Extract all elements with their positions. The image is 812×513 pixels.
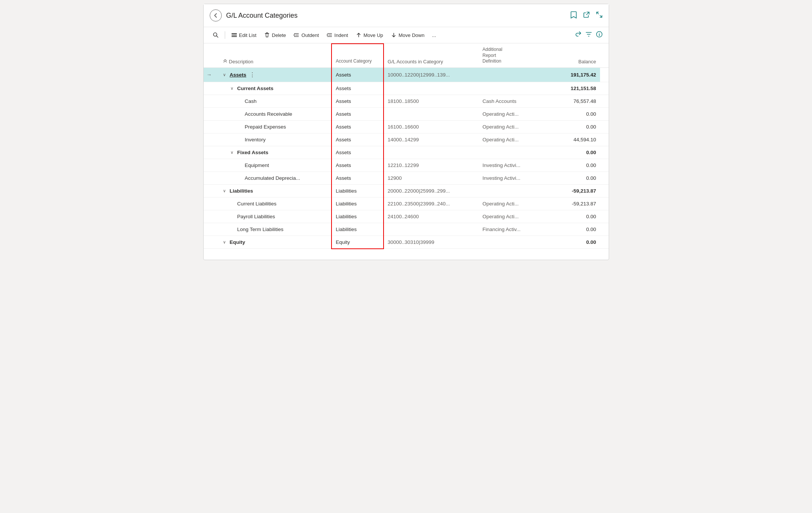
row-gl-accounts: 22100..23500|23999..240... — [384, 197, 479, 210]
row-additional-report — [479, 67, 548, 82]
row-account-category: Equity — [332, 236, 384, 249]
row-account-category: Assets — [332, 133, 384, 146]
table-row[interactable]: EquipmentAssets12210..12299Investing Act… — [204, 159, 609, 172]
chevron-icon[interactable]: ∨ — [230, 150, 236, 155]
row-account-category: Liabilities — [332, 210, 384, 223]
row-additional-report: Cash Accounts — [479, 95, 548, 107]
move-down-label: Move Down — [399, 32, 425, 38]
table-row[interactable]: ∨EquityEquity30000..30310|399990.00 — [204, 236, 609, 249]
row-balance: 0.00 — [548, 159, 600, 172]
row-account-category: Liabilities — [332, 197, 384, 210]
row-indicator — [204, 159, 219, 172]
row-balance: -59,213.87 — [548, 197, 600, 210]
row-description: Current Liabilities — [219, 197, 332, 210]
row-additional-report: Investing Activi... — [479, 159, 548, 172]
row-additional-report — [479, 184, 548, 197]
row-gl-accounts — [384, 146, 479, 159]
outdent-button[interactable]: Outdent — [290, 30, 322, 40]
chevron-icon[interactable]: ∨ — [223, 240, 228, 245]
separator-1 — [225, 31, 225, 39]
indent-label: Indent — [335, 32, 348, 38]
row-balance: 0.00 — [548, 120, 600, 133]
delete-button[interactable]: Delete — [261, 30, 289, 40]
row-indicator — [204, 223, 219, 236]
gl-categories-table: Description Account Category G/L Account… — [204, 43, 609, 249]
row-account-category: Assets — [332, 120, 384, 133]
table-area[interactable]: Description Account Category G/L Account… — [204, 43, 609, 260]
row-indicator — [204, 120, 219, 133]
table-row[interactable]: ∨Fixed AssetsAssets0.00 — [204, 146, 609, 159]
table-row[interactable]: Accumulated Deprecia...Assets12900Invest… — [204, 172, 609, 184]
col-header-balance: Balance — [548, 44, 600, 67]
table-row[interactable]: ∨Current AssetsAssets121,151.58 — [204, 82, 609, 95]
move-up-label: Move Up — [364, 32, 383, 38]
row-additional-report: Operating Acti... — [479, 133, 548, 146]
row-gl-accounts: 18100..18500 — [384, 95, 479, 107]
table-row[interactable]: Prepaid ExpensesAssets16100..16600Operat… — [204, 120, 609, 133]
row-account-category: Assets — [332, 82, 384, 95]
row-indicator — [204, 184, 219, 197]
row-indicator — [204, 95, 219, 107]
table-row[interactable]: →∨Assets⋮Assets10000..12200|12999..139..… — [204, 67, 609, 82]
title-icons — [570, 11, 603, 20]
row-account-category: Assets — [332, 159, 384, 172]
row-description: Inventory — [219, 133, 332, 146]
row-gl-accounts — [384, 82, 479, 95]
row-balance: 0.00 — [548, 107, 600, 120]
table-row[interactable]: Long Term LiabilitiesLiabilitiesFinancin… — [204, 223, 609, 236]
row-gl-accounts: 20000..22000|25999..299... — [384, 184, 479, 197]
info-icon[interactable] — [596, 31, 603, 40]
svg-rect-3 — [232, 35, 237, 35]
table-row[interactable]: Accounts ReceivableAssetsOperating Acti.… — [204, 107, 609, 120]
table-row[interactable]: Current LiabilitiesLiabilities22100..235… — [204, 197, 609, 210]
row-account-category: Assets — [332, 67, 384, 82]
row-description: ∨Current Assets — [219, 82, 332, 95]
row-description: ∨Assets⋮ — [219, 67, 332, 82]
search-button[interactable] — [210, 30, 222, 40]
row-options-button[interactable]: ⋮ — [248, 71, 257, 78]
row-balance: -59,213.87 — [548, 184, 600, 197]
svg-rect-4 — [232, 36, 237, 37]
chevron-icon[interactable]: ∨ — [223, 72, 228, 77]
row-account-category: Assets — [332, 172, 384, 184]
expand-icon[interactable] — [596, 11, 603, 20]
row-account-category: Liabilities — [332, 184, 384, 197]
outdent-label: Outdent — [301, 32, 319, 38]
row-indicator — [204, 197, 219, 210]
move-down-button[interactable]: Move Down — [388, 30, 428, 40]
edit-list-button[interactable]: Edit List — [228, 30, 259, 40]
bookmark-icon[interactable] — [570, 11, 577, 20]
row-indicator — [204, 133, 219, 146]
row-additional-report: Operating Acti... — [479, 197, 548, 210]
row-account-category: Liabilities — [332, 223, 384, 236]
row-account-category: Assets — [332, 95, 384, 107]
table-row[interactable]: Payroll LiabilitiesLiabilities24100..246… — [204, 210, 609, 223]
row-description: ∨Fixed Assets — [219, 146, 332, 159]
table-row[interactable]: ∨LiabilitiesLiabilities20000..22000|2599… — [204, 184, 609, 197]
page-title: G/L Account Categories — [226, 12, 570, 20]
share-icon[interactable] — [575, 31, 582, 40]
table-row[interactable]: InventoryAssets14000..14299Operating Act… — [204, 133, 609, 146]
row-description: Accounts Receivable — [219, 107, 332, 120]
row-indicator — [204, 236, 219, 249]
row-additional-report — [479, 82, 548, 95]
chevron-icon[interactable]: ∨ — [230, 86, 236, 91]
back-button[interactable] — [210, 9, 222, 21]
move-up-button[interactable]: Move Up — [353, 30, 386, 40]
row-balance: 121,151.58 — [548, 82, 600, 95]
filter-icon[interactable] — [585, 31, 592, 40]
chevron-icon[interactable]: ∨ — [223, 188, 228, 193]
col-header-indicator — [204, 44, 219, 67]
external-link-icon[interactable] — [583, 11, 590, 20]
more-button[interactable]: ... — [429, 31, 439, 40]
row-balance: 0.00 — [548, 146, 600, 159]
indent-button[interactable]: Indent — [324, 30, 351, 40]
toolbar: Edit List Delete Outdent Indent Move Up … — [204, 27, 609, 43]
row-additional-report — [479, 146, 548, 159]
row-balance: 0.00 — [548, 210, 600, 223]
row-indicator — [204, 210, 219, 223]
row-indicator — [204, 82, 219, 95]
row-balance: 0.00 — [548, 236, 600, 249]
row-gl-accounts — [384, 107, 479, 120]
table-row[interactable]: CashAssets18100..18500Cash Accounts76,55… — [204, 95, 609, 107]
